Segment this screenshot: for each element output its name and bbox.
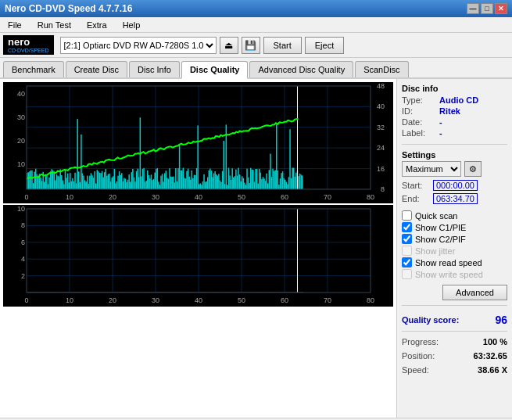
tab-disc-quality[interactable]: Disc Quality bbox=[181, 61, 249, 79]
type-label: Type: bbox=[402, 95, 436, 105]
c2pif-label: Show C2/PIF bbox=[415, 235, 466, 244]
nero-logo: nero CD·DVD/SPEED bbox=[3, 35, 54, 55]
quality-label: Quality score: bbox=[402, 315, 459, 325]
maximize-button[interactable]: □ bbox=[481, 3, 493, 14]
toolbar: nero CD·DVD/SPEED [2:1] Optiarc DVD RW A… bbox=[0, 33, 512, 58]
start-label: Start: bbox=[402, 181, 430, 190]
show-c1pie-checkbox[interactable] bbox=[402, 222, 412, 232]
id-value: Ritek bbox=[439, 106, 460, 116]
position-label: Position: bbox=[402, 351, 435, 361]
progress-label: Progress: bbox=[402, 337, 439, 346]
drive-selector[interactable]: [2:1] Optiarc DVD RW AD-7280S 1.01 bbox=[60, 37, 217, 54]
end-value: 063:34.70 bbox=[433, 193, 478, 204]
settings-section: Settings Maximum ⚙ Start: 000:00.00 End:… bbox=[402, 150, 507, 206]
position-value: 63:32.65 bbox=[474, 351, 507, 361]
settings-icon-button[interactable]: ⚙ bbox=[464, 161, 482, 177]
tab-create-disc[interactable]: Create Disc bbox=[66, 61, 127, 77]
save-icon-btn[interactable]: 💾 bbox=[242, 37, 260, 54]
divider2 bbox=[402, 305, 507, 306]
type-value: Audio CD bbox=[439, 95, 478, 105]
progress-row: Progress: 100 % bbox=[402, 336, 507, 347]
tab-scan-disc[interactable]: ScanDisc bbox=[355, 61, 408, 77]
start-button[interactable]: Start bbox=[263, 37, 302, 54]
tab-advanced-disc-quality[interactable]: Advanced Disc Quality bbox=[249, 61, 353, 77]
c2pif-row: Show C2/PIF bbox=[402, 233, 507, 245]
divider3 bbox=[402, 331, 507, 332]
disc-info-title: Disc info bbox=[402, 84, 507, 93]
tab-bar: Benchmark Create Disc Disc Info Disc Qua… bbox=[0, 58, 512, 79]
menu-run-test[interactable]: Run Test bbox=[33, 19, 76, 31]
end-label: End: bbox=[402, 194, 430, 203]
date-label: Date: bbox=[402, 117, 436, 127]
quick-scan-checkbox[interactable] bbox=[402, 210, 412, 221]
checkboxes-section: Quick scan Show C1/PIE Show C2/PIF Show … bbox=[402, 210, 507, 280]
speed-select[interactable]: Maximum bbox=[402, 161, 461, 177]
progress-value: 100 % bbox=[483, 337, 507, 346]
disc-info-section: Disc info Type: Audio CD ID: Ritek Date:… bbox=[402, 84, 507, 138]
charts-area bbox=[0, 79, 396, 418]
speed-row2: Speed: 38.66 X bbox=[402, 364, 507, 375]
main-content: Disc info Type: Audio CD ID: Ritek Date:… bbox=[0, 79, 512, 418]
id-label: ID: bbox=[402, 106, 436, 116]
eject-icon-btn[interactable]: ⏏ bbox=[220, 37, 238, 54]
disc-date-row: Date: - bbox=[402, 117, 507, 127]
jitter-row: Show jitter bbox=[402, 245, 507, 257]
minimize-button[interactable]: — bbox=[467, 3, 479, 14]
speed-row: Maximum ⚙ bbox=[402, 161, 507, 177]
title-bar: Nero CD-DVD Speed 4.7.7.16 — □ ✕ bbox=[0, 0, 512, 17]
c1pie-row: Show C1/PIE bbox=[402, 221, 507, 233]
logo-sub: CD·DVD/SPEED bbox=[8, 48, 49, 53]
disc-type-row: Type: Audio CD bbox=[402, 95, 507, 106]
speed-value: 38.66 X bbox=[478, 365, 507, 375]
quick-scan-row: Quick scan bbox=[402, 210, 507, 221]
tab-benchmark[interactable]: Benchmark bbox=[3, 61, 64, 77]
write-speed-row: Show write speed bbox=[402, 268, 507, 280]
menu-extra[interactable]: Extra bbox=[82, 19, 112, 31]
quality-row: Quality score: 96 bbox=[402, 314, 507, 326]
right-panel: Disc info Type: Audio CD ID: Ritek Date:… bbox=[396, 79, 512, 418]
advanced-button[interactable]: Advanced bbox=[442, 285, 507, 300]
write-speed-label: Show write speed bbox=[415, 270, 483, 279]
speed-label: Speed: bbox=[402, 365, 429, 375]
show-jitter-checkbox[interactable] bbox=[402, 246, 412, 256]
logo-text: nero bbox=[8, 37, 49, 48]
read-speed-row: Show read speed bbox=[402, 257, 507, 268]
label-value: - bbox=[439, 128, 442, 138]
app-title: Nero CD-DVD Speed 4.7.7.16 bbox=[5, 3, 132, 14]
c1pie-label: Show C1/PIE bbox=[415, 223, 466, 232]
label-label: Label: bbox=[402, 128, 436, 138]
start-value: 000:00.00 bbox=[433, 180, 478, 191]
divider1 bbox=[402, 144, 507, 145]
show-read-speed-checkbox[interactable] bbox=[402, 257, 412, 267]
chart-c2 bbox=[3, 205, 393, 307]
end-row: End: 063:34.70 bbox=[402, 193, 507, 204]
position-row: Position: 63:32.65 bbox=[402, 350, 507, 361]
show-write-speed-checkbox[interactable] bbox=[402, 269, 412, 279]
menu-help[interactable]: Help bbox=[118, 19, 145, 31]
jitter-label: Show jitter bbox=[415, 246, 455, 256]
tab-disc-info[interactable]: Disc Info bbox=[129, 61, 180, 77]
close-button[interactable]: ✕ bbox=[495, 3, 507, 14]
show-c2pif-checkbox[interactable] bbox=[402, 234, 412, 244]
menu-file[interactable]: File bbox=[3, 19, 27, 31]
window-controls: — □ ✕ bbox=[467, 3, 507, 14]
quality-value: 96 bbox=[495, 314, 507, 326]
settings-title: Settings bbox=[402, 150, 507, 160]
disc-id-row: ID: Ritek bbox=[402, 106, 507, 117]
disc-label-row: Label: - bbox=[402, 127, 507, 138]
start-row: Start: 000:00.00 bbox=[402, 180, 507, 191]
date-value: - bbox=[439, 117, 442, 127]
read-speed-label: Show read speed bbox=[415, 258, 482, 267]
quick-scan-label: Quick scan bbox=[415, 211, 457, 221]
chart-c1 bbox=[3, 82, 393, 203]
menu-bar: File Run Test Extra Help bbox=[0, 17, 512, 33]
eject-button[interactable]: Eject bbox=[305, 37, 344, 54]
